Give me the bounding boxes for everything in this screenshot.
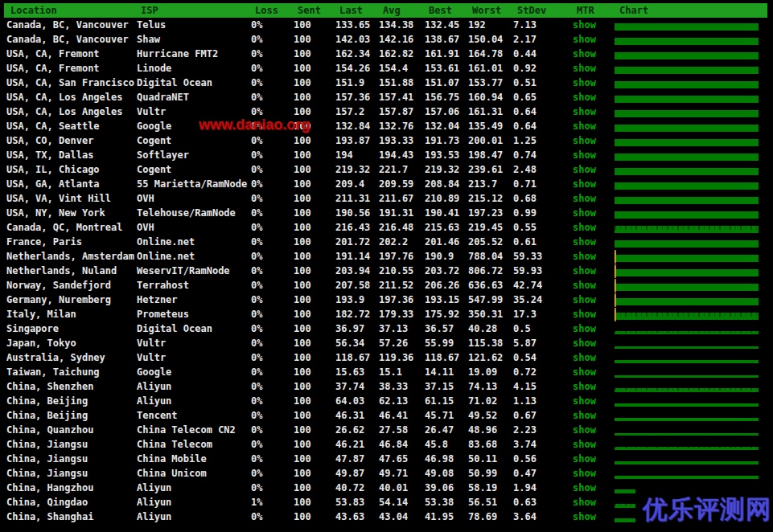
cell-best: 14.11 bbox=[425, 365, 454, 379]
cell-sent: 100 bbox=[294, 466, 311, 481]
cell-location: Australia, Sydney bbox=[6, 350, 105, 365]
mtr-show-link[interactable]: show bbox=[573, 133, 596, 148]
cell-isp: Vultr bbox=[137, 336, 166, 350]
cell-isp: Telus bbox=[137, 18, 166, 32]
cell-location: USA, CO, Denver bbox=[6, 133, 93, 148]
cell-stdev: 1.25 bbox=[513, 133, 537, 148]
table-row: Netherlands, AmsterdamOnline.net0%100191… bbox=[0, 249, 773, 264]
cell-best: 36.57 bbox=[425, 321, 454, 336]
mtr-show-link[interactable]: show bbox=[573, 32, 596, 47]
cell-isp: QuadraNET bbox=[137, 90, 189, 104]
mtr-show-link[interactable]: show bbox=[573, 206, 596, 220]
mtr-show-link[interactable]: show bbox=[573, 148, 596, 162]
mtr-show-link[interactable]: show bbox=[573, 249, 596, 264]
mtr-show-link[interactable]: show bbox=[573, 177, 596, 191]
cell-stdev: 0.51 bbox=[513, 76, 537, 90]
cell-stdev: 0.65 bbox=[513, 90, 537, 104]
mtr-show-link[interactable]: show bbox=[573, 235, 596, 249]
mtr-show-link[interactable]: show bbox=[573, 264, 596, 278]
ping-chart-bar bbox=[615, 360, 759, 363]
cell-best: 39.06 bbox=[425, 481, 454, 495]
mtr-show-link[interactable]: show bbox=[573, 350, 596, 365]
cell-loss: 0% bbox=[251, 32, 262, 47]
cell-best: 61.15 bbox=[425, 394, 454, 408]
mtr-show-link[interactable]: show bbox=[573, 336, 596, 350]
cell-avg: 46.41 bbox=[379, 408, 408, 423]
cell-loss: 0% bbox=[251, 379, 262, 394]
column-header-mtr: MTR bbox=[577, 3, 594, 18]
mtr-show-link[interactable]: show bbox=[573, 452, 596, 466]
mtr-show-link[interactable]: show bbox=[573, 394, 596, 408]
column-header-last: Last bbox=[339, 3, 363, 18]
table-row: USA, GA, Atlanta55 Marietta/RamNode0%100… bbox=[0, 177, 773, 191]
mtr-show-link[interactable]: show bbox=[573, 437, 596, 452]
cell-avg: 211.67 bbox=[379, 191, 413, 206]
latency-spike-mark bbox=[615, 279, 616, 293]
cell-last: 64.03 bbox=[335, 394, 364, 408]
mtr-show-link[interactable]: show bbox=[573, 90, 596, 104]
mtr-show-link[interactable]: show bbox=[573, 278, 596, 293]
mtr-show-link[interactable]: show bbox=[573, 423, 596, 437]
cell-isp: Linode bbox=[137, 61, 171, 76]
cell-last: 56.34 bbox=[335, 336, 364, 350]
cell-worst: 58.19 bbox=[468, 481, 497, 495]
mtr-show-link[interactable]: show bbox=[573, 61, 596, 76]
cell-loss: 0% bbox=[251, 321, 262, 336]
column-header-isp: ISP bbox=[141, 3, 158, 18]
table-row: China, JiangsuChina Telecom0%10046.2146.… bbox=[0, 437, 773, 452]
mtr-show-link[interactable]: show bbox=[573, 104, 596, 119]
cell-sent: 100 bbox=[294, 177, 311, 191]
table-row: Germany, NurembergHetzner0%100193.9197.3… bbox=[0, 293, 773, 307]
cell-sent: 100 bbox=[294, 90, 311, 104]
ping-chart-bar bbox=[615, 388, 759, 392]
cell-worst: 48.96 bbox=[468, 423, 497, 437]
mtr-show-link[interactable]: show bbox=[573, 293, 596, 307]
mtr-show-link[interactable]: show bbox=[573, 307, 596, 321]
cell-avg: 132.76 bbox=[379, 119, 413, 133]
table-row: SingaporeDigital Ocean0%10036.9737.1336.… bbox=[0, 321, 773, 336]
cell-worst: 215.12 bbox=[468, 191, 503, 206]
mtr-show-link[interactable]: show bbox=[573, 408, 596, 423]
cell-loss: 0% bbox=[251, 76, 262, 90]
cell-sent: 100 bbox=[294, 437, 311, 452]
cell-loss: 0% bbox=[251, 148, 262, 162]
cell-last: 47.87 bbox=[335, 452, 364, 466]
cell-stdev: 0.63 bbox=[513, 495, 537, 509]
mtr-show-link[interactable]: show bbox=[573, 481, 596, 495]
cell-loss: 0% bbox=[251, 191, 262, 206]
mtr-show-link[interactable]: show bbox=[573, 191, 596, 206]
mtr-show-link[interactable]: show bbox=[573, 466, 596, 481]
ping-chart-bar bbox=[615, 52, 759, 59]
cell-worst: 153.77 bbox=[468, 76, 503, 90]
cell-loss: 0% bbox=[251, 177, 262, 191]
cell-worst: 78.69 bbox=[468, 509, 497, 524]
mtr-show-link[interactable]: show bbox=[573, 495, 596, 509]
cell-isp: China Telecom bbox=[137, 437, 212, 452]
cell-isp: Softlayer bbox=[137, 148, 189, 162]
cell-loss: 0% bbox=[251, 220, 262, 235]
mtr-show-link[interactable]: show bbox=[573, 365, 596, 379]
table-row: USA, CA, Los AngelesQuadraNET0%100157.36… bbox=[0, 90, 773, 104]
mtr-show-link[interactable]: show bbox=[573, 76, 596, 90]
mtr-show-link[interactable]: show bbox=[573, 321, 596, 336]
cell-loss: 1% bbox=[251, 495, 262, 509]
mtr-show-link[interactable]: show bbox=[573, 509, 596, 524]
ping-chart-bar bbox=[615, 153, 759, 161]
cell-loss: 0% bbox=[251, 249, 262, 264]
mtr-show-link[interactable]: show bbox=[573, 379, 596, 394]
cell-last: 40.72 bbox=[335, 481, 364, 495]
mtr-show-link[interactable]: show bbox=[573, 119, 596, 133]
ping-chart-bar bbox=[615, 504, 635, 508]
mtr-show-link[interactable]: show bbox=[573, 18, 596, 32]
ping-chart-bar bbox=[615, 255, 759, 262]
mtr-show-link[interactable]: show bbox=[573, 47, 596, 61]
mtr-show-link[interactable]: show bbox=[573, 220, 596, 235]
ping-chart-bar bbox=[615, 461, 759, 464]
cell-loss: 0% bbox=[251, 437, 262, 452]
cell-stdev: 0.54 bbox=[513, 350, 537, 365]
cell-avg: 193.33 bbox=[379, 133, 413, 148]
ping-chart-bar bbox=[615, 284, 759, 291]
mtr-show-link[interactable]: show bbox=[573, 162, 596, 177]
ping-chart-bar bbox=[615, 433, 759, 436]
cell-stdev: 0.64 bbox=[513, 119, 537, 133]
